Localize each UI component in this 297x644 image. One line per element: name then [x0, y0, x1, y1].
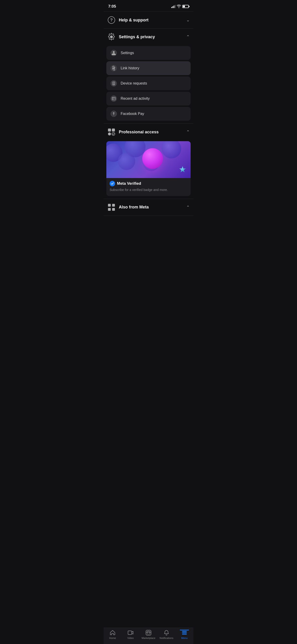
also-from-meta-section: Also from Meta ⌃	[104, 199, 194, 216]
star-badge	[179, 166, 186, 173]
also-from-meta-title: Also from Meta	[119, 205, 149, 210]
meta-verified-image	[106, 141, 191, 178]
svg-rect-17	[108, 132, 111, 136]
pay-icon	[110, 110, 118, 118]
link-icon	[110, 64, 118, 72]
svg-rect-13	[112, 99, 114, 100]
settings-gear-icon	[107, 33, 116, 41]
svg-rect-8	[113, 82, 114, 84]
professional-access-header-left: Professional access	[107, 128, 159, 136]
meta-grid-icon	[107, 203, 116, 212]
device-icon	[110, 80, 118, 87]
link-history-label: Link history	[121, 66, 139, 70]
help-support-section: ? Help & support ⌄	[104, 12, 194, 28]
professional-access-section: Professional access ⌃	[104, 124, 194, 199]
professional-access-title: Professional access	[119, 130, 159, 134]
status-bar: 7:05	[104, 0, 194, 12]
also-chevron-up: ⌃	[186, 205, 190, 210]
status-time: 7:05	[108, 4, 116, 9]
professional-chevron-up: ⌃	[186, 130, 190, 134]
svg-point-3	[113, 51, 115, 53]
settings-sub-items: Settings Link history	[104, 45, 194, 124]
help-icon: ?	[107, 16, 116, 24]
sphere-container	[106, 141, 191, 178]
svg-rect-18	[108, 204, 111, 206]
verified-badge-icon	[110, 181, 115, 186]
ad-activity-icon	[110, 95, 118, 102]
meta-verified-body: Meta Verified Subscribe for a verified b…	[106, 178, 191, 196]
help-chevron-down: ⌄	[186, 18, 190, 22]
professional-icon	[107, 128, 116, 136]
svg-point-9	[111, 96, 117, 102]
facebook-pay-label: Facebook Pay	[121, 112, 144, 116]
meta-verified-subtitle: Subscribe for a verified badge and more.	[110, 188, 188, 192]
settings-privacy-title: Settings & privacy	[119, 34, 155, 40]
wifi-icon	[177, 5, 181, 8]
also-from-meta-header-left: Also from Meta	[107, 203, 149, 212]
settings-person-icon	[110, 49, 118, 57]
svg-rect-21	[112, 208, 115, 211]
meta-verified-card[interactable]: Meta Verified Subscribe for a verified b…	[106, 141, 191, 196]
settings-privacy-header-left: Settings & privacy	[107, 33, 155, 41]
signal-icon	[171, 5, 176, 8]
also-from-meta-header[interactable]: Also from Meta ⌃	[104, 199, 194, 216]
status-icons	[171, 5, 189, 8]
svg-rect-19	[112, 204, 115, 206]
help-support-header-left: ? Help & support	[107, 16, 148, 24]
settings-item[interactable]: Settings	[106, 46, 191, 60]
svg-text:?: ?	[110, 18, 113, 22]
recent-ad-activity-item[interactable]: Recent ad activity	[106, 92, 191, 106]
facebook-pay-item[interactable]: Facebook Pay	[106, 107, 191, 121]
main-sphere	[142, 148, 163, 169]
svg-rect-15	[108, 128, 111, 132]
svg-rect-16	[112, 128, 115, 132]
verified-row: Meta Verified	[110, 181, 188, 186]
link-history-item[interactable]: Link history	[106, 61, 191, 75]
meta-verified-title: Meta Verified	[117, 181, 141, 186]
bottom-spacer	[104, 216, 194, 236]
device-requests-label: Device requests	[121, 81, 147, 86]
svg-rect-20	[108, 208, 111, 211]
help-support-title: Help & support	[119, 18, 148, 22]
help-support-header[interactable]: ? Help & support ⌄	[104, 12, 194, 28]
settings-privacy-header[interactable]: Settings & privacy ⌃	[104, 28, 194, 45]
device-requests-item[interactable]: Device requests	[106, 76, 191, 90]
settings-privacy-section: Settings & privacy ⌃ Settings	[104, 28, 194, 124]
battery-icon	[182, 5, 189, 8]
settings-label: Settings	[121, 51, 134, 55]
settings-chevron-up: ⌃	[186, 34, 190, 40]
recent-ad-activity-label: Recent ad activity	[121, 96, 150, 101]
professional-access-header[interactable]: Professional access ⌃	[104, 124, 194, 140]
